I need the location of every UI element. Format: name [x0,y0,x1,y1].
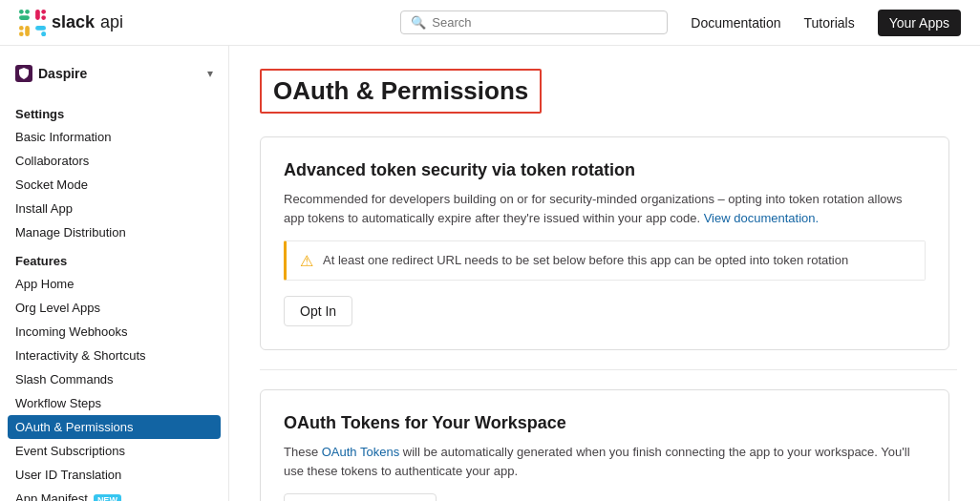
oauth-tokens-card: OAuth Tokens for Your Workspace These OA… [260,389,949,501]
sidebar-item-org-level-apps[interactable]: Org Level Apps [0,296,228,320]
sidebar-item-manage-distribution[interactable]: Manage Distribution [0,220,228,244]
sidebar: Daspire ▾ Settings Basic Information Col… [0,46,229,501]
svg-rect-2 [19,15,30,20]
nav-tutorials[interactable]: Tutorials [804,15,855,31]
warning-text: At least one redirect URL needs to be se… [323,251,848,270]
search-box[interactable]: 🔍 [400,10,668,34]
logo-api-label: api [100,12,123,32]
warning-box: ⚠ At least one redirect URL needs to be … [284,240,926,281]
sidebar-item-oauth-permissions[interactable]: OAuth & Permissions [8,415,221,439]
nav-links: Documentation Tutorials Your Apps [691,10,961,36]
sidebar-item-interactivity[interactable]: Interactivity & Shortcuts [0,344,228,367]
main-content: OAuth & Permissions Advanced token secur… [229,46,980,501]
install-to-workspace-button[interactable]: Install to Workspace [284,493,437,501]
svg-rect-6 [35,26,46,31]
page-title: OAuth & Permissions [260,69,542,114]
opt-in-button[interactable]: Opt In [284,296,352,326]
sidebar-item-workflow-steps[interactable]: Workflow Steps [0,391,228,415]
features-section-title: Features [0,244,228,272]
your-apps-button[interactable]: Your Apps [878,10,961,36]
workspace-name: Daspire [15,65,87,82]
section-divider [260,369,957,370]
svg-rect-3 [19,10,24,14]
svg-rect-4 [35,10,40,20]
svg-rect-1 [25,26,30,36]
workspace-chevron-icon[interactable]: ▾ [207,67,213,80]
token-security-card: Advanced token security via token rotati… [260,136,949,350]
oauth-tokens-title: OAuth Tokens for Your Workspace [284,413,926,433]
view-documentation-link[interactable]: View documentation. [704,211,819,225]
sidebar-item-event-subscriptions[interactable]: Event Subscriptions [0,439,228,463]
svg-rect-10 [19,31,24,36]
warning-icon: ⚠ [300,252,313,270]
workspace-selector[interactable]: Daspire ▾ [0,61,228,94]
svg-rect-9 [41,10,46,14]
oauth-tokens-description: These OAuth Tokens will be automatically… [284,443,926,480]
sidebar-item-app-home[interactable]: App Home [0,272,228,296]
oauth-tokens-link[interactable]: OAuth Tokens [322,445,399,459]
shield-icon [18,68,30,79]
token-security-title: Advanced token security via token rotati… [284,160,926,180]
svg-rect-8 [25,10,30,14]
search-input[interactable] [432,15,657,30]
slack-logo-icon [19,10,46,36]
token-security-description: Recommended for developers building on o… [284,190,926,227]
logo: slack api [19,10,123,36]
topnav: slack api 🔍 Documentation Tutorials Your… [0,0,980,46]
sidebar-item-collaborators[interactable]: Collaborators [0,149,228,173]
settings-section-title: Settings [0,97,228,125]
sidebar-item-incoming-webhooks[interactable]: Incoming Webhooks [0,320,228,344]
app-layout: Daspire ▾ Settings Basic Information Col… [0,46,980,501]
sidebar-item-user-id-translation[interactable]: User ID Translation [0,463,228,487]
sidebar-item-app-manifest[interactable]: App Manifest [0,487,228,501]
sidebar-item-socket-mode[interactable]: Socket Mode [0,173,228,197]
svg-rect-11 [41,31,46,36]
svg-rect-5 [41,15,46,20]
nav-documentation[interactable]: Documentation [691,15,780,31]
svg-rect-0 [19,26,24,31]
sidebar-item-basic-info[interactable]: Basic Information [0,125,228,149]
sidebar-item-slash-commands[interactable]: Slash Commands [0,367,228,391]
workspace-label: Daspire [38,66,87,81]
logo-app-name: slack [52,12,95,32]
sidebar-item-install-app[interactable]: Install App [0,197,228,220]
search-icon: 🔍 [411,15,426,30]
workspace-icon [15,65,32,82]
